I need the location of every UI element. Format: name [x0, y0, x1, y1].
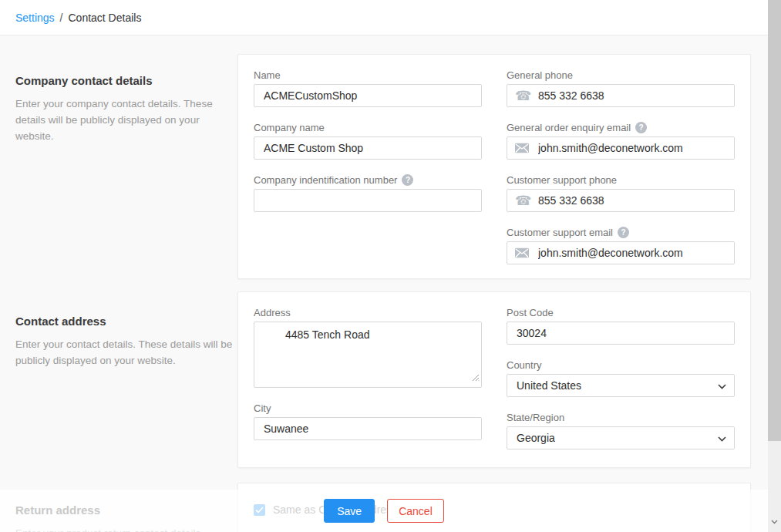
address-label: Address: [254, 307, 482, 318]
field-state: State/Region Georgia: [507, 412, 735, 450]
company-id-label: Company indentification number ?: [254, 174, 482, 186]
breadcrumb-separator: /: [60, 12, 63, 24]
company-id-input[interactable]: [254, 189, 482, 212]
breadcrumb-current: Contact Details: [68, 12, 141, 24]
scrollbar-thumb[interactable]: [768, 0, 781, 441]
save-button[interactable]: Save: [324, 499, 375, 523]
vertical-scrollbar[interactable]: [768, 0, 781, 532]
company-name-label: Company name: [254, 122, 482, 133]
field-name: Name: [254, 69, 482, 107]
breadcrumb: Settings / Contact Details: [0, 0, 768, 35]
section-description-company-contact: Enter your company contact details. Thes…: [15, 96, 233, 145]
field-company-id: Company indentification number ?: [254, 174, 482, 212]
section-heading-contact-address: Contact address: [15, 315, 233, 328]
scrollbar-down-button[interactable]: [768, 517, 781, 527]
field-city: City: [254, 402, 482, 440]
order-email-input[interactable]: [507, 136, 735, 160]
support-phone-input[interactable]: [507, 189, 735, 212]
field-country: Country United States: [507, 359, 735, 397]
post-code-label: Post Code: [507, 307, 735, 318]
city-label: City: [254, 402, 482, 414]
action-bar: Save Cancel: [0, 499, 768, 523]
state-label: State/Region: [507, 412, 735, 423]
support-email-input[interactable]: [507, 241, 735, 264]
support-phone-label: Customer support phone: [507, 174, 735, 186]
field-post-code: Post Code: [507, 307, 735, 345]
field-support-email: Customer support email ?: [507, 227, 735, 264]
breadcrumb-settings-link[interactable]: Settings: [15, 12, 55, 24]
field-general-phone: General phone ☎: [507, 69, 735, 107]
city-input[interactable]: [254, 417, 482, 440]
help-icon[interactable]: ?: [618, 227, 629, 238]
name-input[interactable]: [254, 84, 482, 107]
contact-address-card: Address 4485 Tench Road City Post: [237, 291, 751, 468]
chevron-down-icon: [771, 520, 778, 524]
state-select[interactable]: Georgia: [507, 426, 735, 450]
general-phone-input[interactable]: [507, 84, 735, 107]
section-heading-company-contact: Company contact details: [15, 74, 233, 87]
country-select[interactable]: United States: [507, 374, 735, 397]
contact-address-description-block: Contact address Enter your contact detai…: [15, 315, 233, 369]
company-contact-card: Name Company name Company indentificatio…: [237, 54, 751, 279]
support-email-label: Customer support email ?: [507, 227, 735, 238]
order-email-label: General order enquiry email ?: [507, 122, 735, 133]
post-code-input[interactable]: [507, 322, 735, 345]
company-contact-description-block: Company contact details Enter your compa…: [15, 74, 233, 145]
field-support-phone: Customer support phone ☎: [507, 174, 735, 212]
help-icon[interactable]: ?: [635, 122, 647, 133]
company-name-input[interactable]: [254, 136, 482, 160]
field-company-name: Company name: [254, 122, 482, 160]
general-phone-label: General phone: [507, 69, 735, 81]
help-icon[interactable]: ?: [402, 174, 413, 186]
section-description-return-address: Enter your product return contact detail…: [15, 526, 233, 532]
address-textarea[interactable]: 4485 Tench Road: [254, 322, 482, 388]
name-label: Name: [254, 69, 482, 81]
field-order-email: General order enquiry email ?: [507, 122, 735, 160]
country-label: Country: [507, 359, 735, 371]
field-address: Address 4485 Tench Road: [254, 307, 482, 388]
cancel-button[interactable]: Cancel: [387, 499, 444, 523]
section-description-contact-address: Enter your contact details. These detail…: [15, 337, 233, 369]
